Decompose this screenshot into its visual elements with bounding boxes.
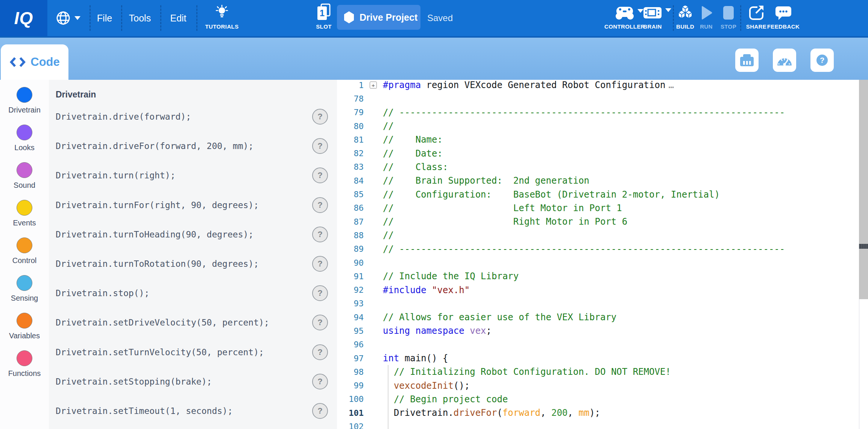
command-text[interactable]: Drivetrain.stop(); (56, 288, 149, 298)
code-editor[interactable]: 1+#pragma region VEXcode Generated Robot… (337, 80, 859, 429)
help-button[interactable]: ? (810, 49, 834, 72)
share-button[interactable]: SHARE (744, 0, 769, 36)
command-text[interactable]: Drivetrain.setTimeout(1, seconds); (56, 406, 233, 416)
editor-scrollbar-thumb[interactable] (859, 244, 868, 249)
line-number: 91 (337, 272, 364, 281)
command-help-button[interactable]: ? (312, 403, 328, 419)
code-line: 88// (337, 228, 859, 242)
category-events[interactable]: Events (0, 200, 49, 227)
code-line: 90 (337, 256, 859, 269)
menu-tools[interactable]: Tools (125, 0, 155, 36)
line-number: 102 (337, 422, 364, 429)
run-button[interactable]: RUN (695, 0, 718, 36)
category-color-dot (17, 125, 32, 140)
code-line: 102 (337, 420, 859, 429)
category-control[interactable]: Control (0, 237, 49, 265)
feedback-button[interactable]: FEEDBACK (767, 0, 800, 36)
run-icon (700, 3, 713, 23)
code-text: // Allows for easier use of the VEX Libr… (383, 312, 616, 323)
command-text[interactable]: Drivetrain.turnFor(right, 90, degrees); (56, 200, 259, 210)
command-help-button[interactable]: ? (312, 109, 328, 125)
code-text: #include "vex.h" (383, 285, 470, 295)
build-cubes-icon (677, 3, 694, 23)
category-color-dot (17, 350, 32, 366)
line-number: 82 (337, 149, 364, 158)
command-text[interactable]: Drivetrain.setStopping(brake); (56, 377, 212, 386)
command-help-button[interactable]: ? (312, 167, 328, 183)
command-help-button[interactable]: ? (312, 344, 328, 360)
indent-guide (388, 420, 388, 429)
globe-icon (55, 10, 71, 26)
editor-scrollbar-track[interactable] (859, 80, 868, 299)
command-help-button[interactable]: ? (312, 197, 328, 213)
tutorials-button[interactable]: TUTORIALS (200, 0, 244, 36)
line-number: 94 (337, 313, 364, 322)
code-text: // (383, 230, 394, 240)
top-toolbar: IQ File Tools Edit (0, 0, 868, 38)
category-sensing[interactable]: Sensing (0, 275, 49, 303)
toolbar-separator (740, 5, 741, 31)
slot-label: SLOT (316, 23, 332, 30)
command-text[interactable]: Drivetrain.turnToHeading(90, degrees); (56, 230, 253, 239)
slot-icon: 1 (314, 3, 334, 23)
command-row: Drivetrain.drive(forward);? (56, 108, 328, 125)
menu-file[interactable]: File (93, 0, 117, 36)
project-name: Drive Project (360, 12, 417, 23)
code-line: 1+#pragma region VEXcode Generated Robot… (337, 80, 859, 92)
feedback-label: FEEDBACK (767, 23, 800, 30)
stop-button[interactable]: STOP (717, 0, 740, 36)
code-line: 84// Brain Supported: 2nd generation (337, 174, 859, 187)
dashboard-button[interactable] (773, 49, 796, 72)
category-variables[interactable]: Variables (0, 313, 49, 340)
fold-toggle-button[interactable]: + (370, 82, 377, 89)
project-name-button[interactable]: Drive Project (337, 5, 420, 30)
category-label: Events (13, 219, 36, 227)
save-status: Saved (427, 0, 453, 36)
category-looks[interactable]: Looks (0, 125, 49, 152)
command-help-button[interactable]: ? (312, 138, 328, 154)
slot-button[interactable]: 1 SLOT (311, 0, 336, 36)
code-text: // Include the IQ Library (383, 271, 519, 281)
command-row: Drivetrain.stop();? (56, 285, 328, 301)
command-text[interactable]: Drivetrain.driveFor(forward, 200, mm); (56, 141, 253, 151)
command-text[interactable]: Drivetrain.turnToRotation(90, degrees); (56, 259, 259, 269)
category-functions[interactable]: Functions (0, 350, 49, 378)
command-text[interactable]: Drivetrain.setDriveVelocity(50, percent)… (56, 318, 269, 327)
command-text[interactable]: Drivetrain.setTurnVelocity(50, percent); (56, 347, 264, 357)
code-brackets-icon (9, 57, 26, 67)
code-text: // Begin project code (383, 394, 508, 405)
brain-button[interactable]: BRAIN (639, 0, 666, 36)
command-row: Drivetrain.turnToRotation(90, degrees);? (56, 256, 328, 272)
category-sound[interactable]: Sound (0, 162, 49, 190)
command-help-button[interactable]: ? (312, 285, 328, 301)
toolbar-separator (196, 5, 197, 31)
lightbulb-icon (214, 3, 230, 23)
command-help-button[interactable]: ? (312, 256, 328, 272)
command-help-button[interactable]: ? (312, 315, 328, 330)
code-line: 93 (337, 297, 859, 310)
category-label: Sound (14, 181, 35, 190)
language-menu[interactable] (50, 0, 85, 36)
command-help-button[interactable]: ? (312, 227, 328, 242)
tab-code[interactable]: Code (1, 44, 68, 80)
question-mark-glyph: ? (317, 259, 322, 269)
indent-guide (388, 392, 388, 406)
line-number: 95 (337, 326, 364, 336)
folded-region-ellipsis[interactable]: … (668, 80, 674, 90)
line-number: 89 (337, 244, 364, 254)
toolbar-separator (90, 5, 91, 31)
command-row: Drivetrain.setStopping(brake);? (56, 373, 328, 390)
command-row: Drivetrain.driveFor(forward, 200, mm);? (56, 138, 328, 154)
code-line: 96 (337, 338, 859, 351)
category-drivetrain[interactable]: Drivetrain (0, 87, 49, 114)
device-info-button[interactable] (735, 49, 759, 72)
toolbar-separator (121, 5, 122, 31)
stop-label: STOP (721, 23, 736, 30)
question-mark-glyph: ? (317, 406, 322, 416)
menu-edit[interactable]: Edit (166, 0, 190, 36)
indent-guide (388, 379, 388, 392)
command-text[interactable]: Drivetrain.drive(forward); (56, 112, 191, 122)
command-row: Drivetrain.turn(right);? (56, 167, 328, 184)
command-help-button[interactable]: ? (312, 374, 328, 389)
command-text[interactable]: Drivetrain.turn(right); (56, 170, 176, 180)
